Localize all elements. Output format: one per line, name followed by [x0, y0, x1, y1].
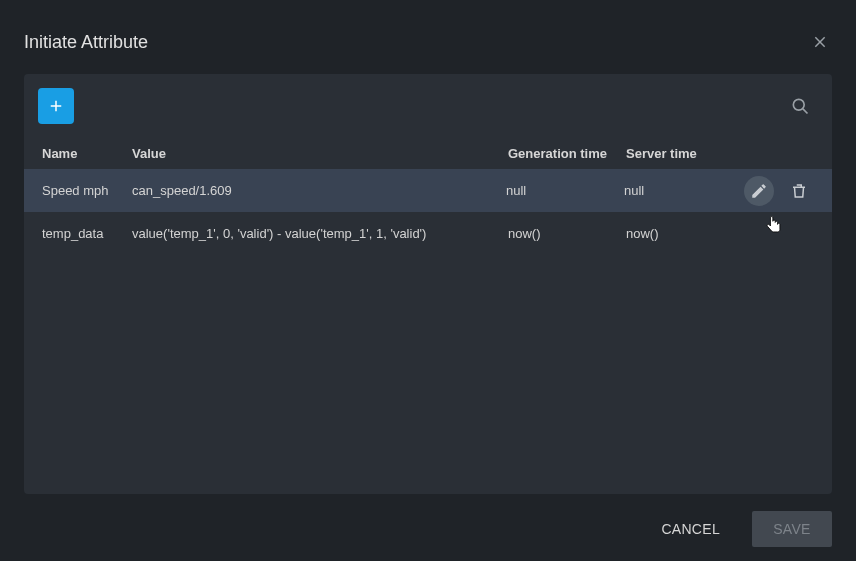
cell-generation-time: null [506, 183, 624, 198]
cell-value: value('temp_1', 0, 'valid') - value('tem… [132, 226, 508, 241]
table-header: Name Value Generation time Server time [24, 138, 832, 169]
close-icon [812, 34, 828, 50]
cell-server-time: now() [626, 226, 746, 241]
save-button[interactable]: SAVE [752, 511, 832, 547]
panel-toolbar [24, 74, 832, 138]
attributes-panel: Name Value Generation time Server time S… [24, 74, 832, 494]
search-icon [790, 96, 810, 116]
plus-icon [47, 97, 65, 115]
cell-generation-time: now() [508, 226, 626, 241]
table-row[interactable]: Speed mph can_speed/1.609 null null [24, 169, 832, 212]
close-button[interactable] [808, 30, 832, 54]
edit-button[interactable] [744, 176, 774, 206]
svg-point-2 [793, 99, 804, 110]
search-button[interactable] [782, 88, 818, 124]
trash-icon [790, 182, 808, 200]
column-header-actions [746, 146, 832, 161]
column-header-generation-time[interactable]: Generation time [508, 146, 626, 161]
table-row[interactable]: temp_data value('temp_1', 0, 'valid') - … [24, 212, 832, 255]
cell-server-time: null [624, 183, 744, 198]
delete-button[interactable] [784, 176, 814, 206]
initiate-attribute-dialog: Initiate Attribute Name Value Generation… [0, 0, 856, 561]
column-header-name[interactable]: Name [24, 146, 132, 161]
dialog-title: Initiate Attribute [24, 32, 148, 53]
column-header-value[interactable]: Value [132, 146, 508, 161]
add-button[interactable] [38, 88, 74, 124]
cancel-button[interactable]: CANCEL [641, 511, 740, 547]
cell-name: Speed mph [24, 183, 132, 198]
pencil-icon [750, 182, 768, 200]
column-header-server-time[interactable]: Server time [626, 146, 746, 161]
svg-line-3 [803, 109, 808, 114]
dialog-footer: CANCEL SAVE [641, 511, 832, 547]
cell-value: can_speed/1.609 [132, 183, 506, 198]
cell-name: temp_data [24, 226, 132, 241]
row-actions [744, 176, 832, 206]
attributes-table: Name Value Generation time Server time S… [24, 138, 832, 255]
dialog-header: Initiate Attribute [24, 24, 832, 74]
